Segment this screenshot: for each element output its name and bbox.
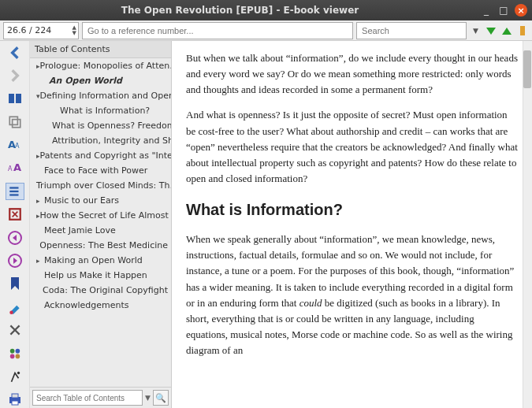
toc-item[interactable]: Triumph over Closed Minds: Th…: [30, 178, 171, 193]
highlight-button[interactable]: [6, 299, 24, 315]
window-title: The Open Revolution [EPUB] - E-book view…: [5, 5, 475, 16]
titlebar: The Open Revolution [EPUB] - E-book view…: [0, 0, 532, 20]
toc-expand-icon[interactable]: ▸: [36, 197, 44, 205]
inspect-button[interactable]: [6, 368, 24, 384]
toc-search-row: ▼ 🔍: [30, 387, 171, 408]
prev-match-icon[interactable]: [500, 24, 513, 37]
toc-item[interactable]: Help us Make it Happen: [30, 268, 171, 283]
print-button[interactable]: [6, 391, 24, 408]
next-match-icon[interactable]: [485, 24, 497, 37]
toc-item[interactable]: ▸Music to our Ears: [30, 193, 171, 208]
toc-item[interactable]: Coda: The Original Copyfight: [30, 283, 171, 298]
bookmarks-button[interactable]: [6, 276, 24, 292]
toc-item-label: Prologue: Monopolies of Atten…: [40, 61, 171, 71]
toc-item-label: Acknowledgements: [44, 300, 129, 310]
page-position-spinner[interactable]: 26.6 / 224 ▲▼: [3, 22, 79, 39]
back-button[interactable]: [6, 44, 24, 61]
toc-expand-icon[interactable]: ▸: [36, 257, 44, 265]
svg-text:A: A: [8, 165, 13, 172]
toc-item[interactable]: Attribution, Integrity and Sh…: [30, 133, 171, 148]
toc-header: Table of Contents: [30, 41, 171, 58]
toc-item[interactable]: ▾Defining Information and Open…: [30, 88, 171, 103]
next-page-button[interactable]: [6, 252, 24, 269]
toc-panel: Table of Contents ▸Prologue: Monopolies …: [30, 41, 172, 408]
toc-item-label: Attribution, Integrity and Sh…: [52, 135, 171, 146]
copy-button[interactable]: [6, 113, 24, 130]
toc-item-label: Music to our Ears: [44, 195, 119, 206]
toc-item[interactable]: ▸How the Secret of Life Almost …: [30, 208, 171, 223]
scroll-thumb[interactable]: [523, 50, 531, 88]
toc-item-label: An Open World: [49, 76, 122, 86]
toc-search-input[interactable]: [32, 390, 143, 406]
toc-item-label: Openness: The Best Medicine: [39, 240, 168, 250]
content-paragraph: But when we talk about “information”, do…: [186, 50, 518, 98]
svg-rect-7: [9, 187, 18, 188]
font-larger-button[interactable]: AA: [6, 136, 24, 153]
window-maximize-button[interactable]: □: [497, 4, 510, 17]
page-position-value: 26.6 / 224: [7, 25, 51, 35]
svg-point-17: [15, 354, 20, 358]
toc-item[interactable]: ▸Patents and Copyright as "Intel…: [30, 148, 171, 163]
toc-list: ▸Prologue: Monopolies of Atten…An Open W…: [30, 58, 171, 387]
forward-button[interactable]: [6, 67, 24, 83]
svg-point-18: [17, 372, 19, 374]
toc-item-label: What is Information?: [60, 106, 150, 116]
toc-item-label: Help us Make it Happen: [44, 270, 147, 280]
svg-text:A: A: [13, 161, 21, 173]
svg-rect-8: [9, 191, 18, 192]
content-heading: What is Information?: [186, 198, 518, 222]
toc-item-label: How the Secret of Life Almost …: [40, 210, 171, 221]
window-minimize-button[interactable]: _: [480, 4, 493, 17]
svg-rect-20: [12, 394, 18, 398]
metadata-button[interactable]: [6, 345, 24, 362]
toc-search-button[interactable]: 🔍: [153, 390, 169, 406]
svg-point-13: [9, 310, 13, 314]
content-paragraph: And what is openness? Is it just the opp…: [186, 107, 518, 187]
search-dropdown-icon[interactable]: ▼: [470, 27, 482, 35]
spinner-arrows[interactable]: ▲▼: [73, 25, 76, 36]
toc-item-label: Defining Information and Open…: [40, 91, 171, 101]
prev-page-button[interactable]: [6, 229, 24, 246]
svg-rect-9: [9, 194, 18, 195]
toc-item[interactable]: Acknowledgements: [30, 298, 171, 313]
toc-item-label: Face to Face with Power: [44, 165, 147, 176]
preferences-button[interactable]: [6, 322, 24, 339]
toc-item-label: Meet Jamie Love: [44, 225, 116, 236]
toc-item[interactable]: Meet Jamie Love: [30, 223, 171, 238]
toc-item-label: Making an Open World: [44, 255, 143, 265]
toc-item-label: Triumph over Closed Minds: Th…: [36, 180, 171, 191]
top-toolbar: 26.6 / 224 ▲▼ ▼: [0, 20, 532, 41]
svg-rect-21: [12, 401, 18, 405]
left-icon-bar: AA AA: [0, 41, 30, 408]
reader-content: But when we talk about “information”, do…: [172, 41, 532, 408]
bookmark-icon[interactable]: [516, 24, 529, 37]
toc-item-label: What is Openness? Freedom…: [52, 121, 171, 131]
svg-point-15: [15, 348, 20, 353]
toc-search-drop-icon[interactable]: ▼: [145, 394, 151, 402]
toc-item[interactable]: ▸Making an Open World: [30, 253, 171, 268]
content-paragraph: When we speak generally about “informati…: [186, 232, 518, 358]
toc-item[interactable]: What is Openness? Freedom…: [30, 118, 171, 133]
svg-rect-0: [520, 26, 525, 35]
content-scrollbar[interactable]: [523, 41, 532, 408]
toc-item[interactable]: An Open World: [30, 73, 171, 88]
toc-item[interactable]: Openness: The Best Medicine: [30, 238, 171, 253]
svg-point-14: [9, 348, 14, 353]
toc-item-label: Patents and Copyright as "Intel…: [40, 150, 171, 161]
svg-text:A: A: [15, 143, 20, 150]
svg-rect-2: [12, 119, 20, 127]
main-area: AA AA Table of Contents ▸Prologue: Monop…: [0, 41, 532, 408]
fullscreen-button[interactable]: [6, 206, 24, 223]
toc-item-label: Coda: The Original Copyfight: [43, 285, 168, 295]
toc-item[interactable]: What is Information?: [30, 103, 171, 118]
window-close-button[interactable]: ×: [515, 4, 527, 17]
svg-point-16: [9, 354, 14, 358]
toc-item[interactable]: Face to Face with Power: [30, 163, 171, 178]
search-input[interactable]: [356, 22, 467, 39]
reference-input[interactable]: [82, 22, 353, 39]
svg-rect-1: [9, 117, 17, 124]
open-book-button[interactable]: [6, 91, 24, 107]
font-smaller-button[interactable]: AA: [6, 160, 24, 176]
toc-panel-button[interactable]: [6, 183, 24, 200]
toc-item[interactable]: ▸Prologue: Monopolies of Atten…: [30, 58, 171, 73]
